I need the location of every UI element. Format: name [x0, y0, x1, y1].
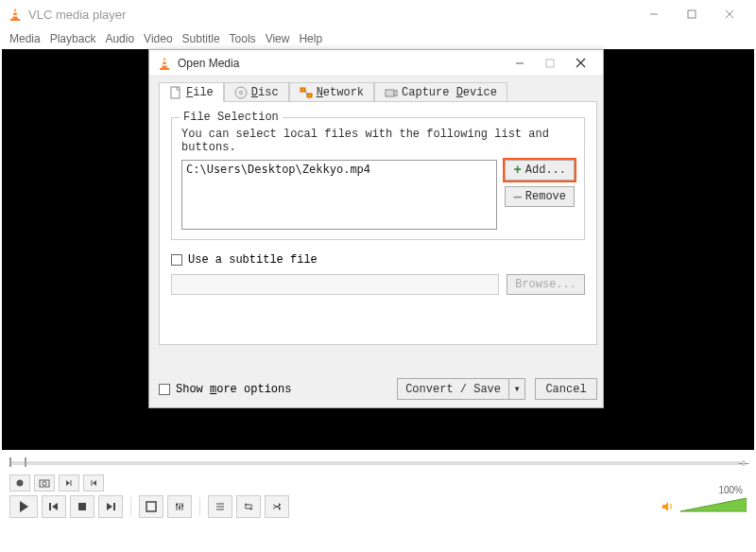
file-list-item[interactable]: C:\Users\Desktop\Zekkyo.mp4	[186, 163, 492, 176]
dialog-footer: Show more options Convert / Save ▾ Cance…	[159, 378, 597, 400]
convert-save-splitbutton[interactable]: Convert / Save ▾	[397, 378, 525, 400]
divider	[199, 497, 200, 516]
seekbar[interactable]: --:--	[9, 456, 747, 471]
menubar: Media Playback Audio Video Subtitle Tool…	[0, 28, 756, 49]
svg-rect-13	[546, 60, 554, 67]
use-subtitle-row: Use a subtitle file	[171, 253, 585, 267]
dialog-minimize-button[interactable]	[505, 53, 535, 74]
svg-marker-48	[250, 507, 252, 510]
menu-media[interactable]: Media	[9, 32, 41, 45]
playback-toolbar: 100%	[9, 495, 747, 518]
svg-marker-0	[12, 8, 18, 19]
svg-point-18	[239, 92, 242, 95]
svg-rect-2	[13, 11, 17, 13]
maximize-button[interactable]	[673, 2, 711, 26]
video-area: Open Media File Disc Network Ca	[2, 49, 754, 450]
extended-settings-button[interactable]	[167, 495, 192, 518]
shuffle-button[interactable]	[265, 495, 289, 518]
svg-rect-43	[181, 505, 183, 507]
show-more-checkbox[interactable]	[159, 384, 170, 395]
file-selection-legend: File Selection	[180, 111, 283, 124]
fullscreen-button[interactable]	[139, 495, 163, 518]
svg-rect-19	[301, 88, 305, 92]
volume-slider[interactable]	[680, 496, 747, 515]
dialog-maximize-button[interactable]	[535, 53, 565, 74]
loop-point-b-button[interactable]	[83, 474, 104, 492]
playlist-button[interactable]	[208, 495, 232, 518]
remove-button[interactable]: —Remove	[505, 186, 575, 207]
svg-marker-35	[107, 503, 112, 510]
seek-track[interactable]	[9, 461, 747, 465]
menu-subtitle[interactable]: Subtitle	[182, 32, 220, 45]
dialog-tabs: File Disc Network Capture Device	[159, 82, 597, 102]
file-selection-fieldset: File Selection You can select local file…	[171, 117, 585, 240]
svg-rect-9	[160, 68, 169, 70]
svg-line-21	[305, 90, 307, 95]
file-list[interactable]: C:\Users\Desktop\Zekkyo.mp4	[181, 160, 497, 230]
menu-playback[interactable]: Playback	[50, 32, 96, 45]
next-button[interactable]	[98, 495, 123, 518]
snapshot-button[interactable]	[34, 474, 55, 492]
svg-rect-11	[163, 64, 167, 66]
svg-marker-33	[52, 503, 58, 510]
dialog-title: Open Media	[178, 57, 239, 70]
tab-capture-label: Capture Device	[402, 86, 497, 99]
show-more-label: Show more options	[176, 383, 291, 396]
loop-point-a-button[interactable]	[59, 474, 79, 492]
svg-rect-22	[386, 90, 394, 96]
svg-marker-52	[680, 498, 747, 511]
svg-marker-31	[20, 501, 28, 512]
svg-marker-49	[279, 503, 281, 507]
svg-rect-3	[13, 15, 18, 17]
file-selection-text: You can select local files with the foll…	[181, 128, 575, 154]
menu-tools[interactable]: Tools	[230, 32, 256, 45]
close-button[interactable]	[711, 2, 748, 26]
secondary-toolbar	[9, 474, 747, 492]
tab-capture[interactable]: Capture Device	[374, 82, 507, 102]
speaker-icon[interactable]	[662, 500, 675, 513]
svg-rect-34	[78, 503, 86, 510]
menu-video[interactable]: Video	[144, 32, 172, 45]
convert-save-dropdown[interactable]: ▾	[508, 378, 525, 400]
volume-area: 100%	[662, 496, 747, 518]
svg-rect-42	[179, 507, 180, 509]
svg-point-24	[17, 480, 24, 487]
network-icon	[300, 86, 313, 99]
window-controls	[635, 2, 748, 26]
vlc-cone-icon	[8, 7, 23, 22]
cancel-button[interactable]: Cancel	[535, 378, 597, 400]
use-subtitle-checkbox[interactable]	[171, 254, 182, 266]
minimize-button[interactable]	[635, 2, 673, 26]
disc-icon	[234, 86, 248, 99]
seek-handle-left[interactable]	[9, 457, 26, 467]
plus-icon: +	[513, 164, 521, 177]
loop-button[interactable]	[236, 495, 261, 518]
svg-rect-37	[146, 502, 156, 511]
convert-save-button[interactable]: Convert / Save	[397, 378, 508, 400]
record-button[interactable]	[9, 474, 30, 492]
dialog-close-button[interactable]	[565, 53, 595, 74]
svg-marker-27	[66, 480, 70, 486]
svg-rect-16	[171, 87, 180, 98]
svg-marker-50	[279, 507, 281, 510]
main-window-title: VLC media player	[28, 8, 126, 22]
prev-button[interactable]	[42, 495, 66, 518]
svg-rect-10	[163, 60, 166, 62]
menu-audio[interactable]: Audio	[105, 32, 134, 45]
minus-icon: —	[513, 190, 521, 203]
tab-network[interactable]: Network	[289, 82, 374, 102]
browse-button: Browse...	[507, 274, 585, 295]
play-button[interactable]	[9, 495, 38, 518]
svg-point-26	[43, 482, 46, 486]
menu-help[interactable]: Help	[299, 32, 322, 45]
volume-label: 100%	[718, 485, 743, 495]
svg-rect-20	[307, 94, 312, 97]
tab-file-label: File	[186, 86, 214, 99]
svg-marker-51	[662, 502, 668, 511]
tab-file[interactable]: File	[159, 82, 224, 102]
menu-view[interactable]: View	[266, 32, 290, 45]
add-button[interactable]: +Add...	[505, 160, 575, 181]
tab-disc[interactable]: Disc	[224, 82, 289, 102]
stop-button[interactable]	[70, 495, 94, 518]
seek-handle-right: --:--	[738, 457, 748, 468]
